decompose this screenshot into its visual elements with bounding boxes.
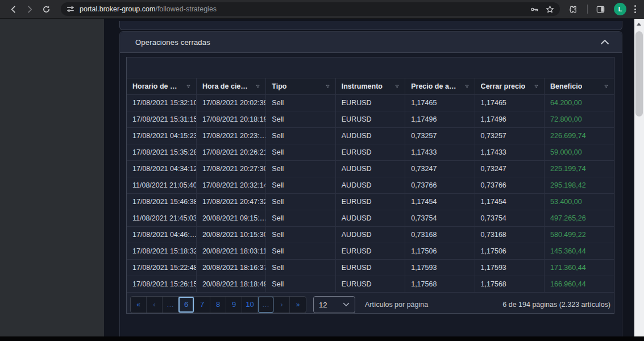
table-cell: 1,17496 bbox=[405, 111, 475, 128]
back-button[interactable] bbox=[6, 2, 20, 16]
page-button-8[interactable]: 8 bbox=[210, 297, 226, 313]
table-row[interactable]: 17/08/2021 04:34:1217/08/2021 20:27:30Se… bbox=[127, 161, 614, 177]
table-cell: 1,17454 bbox=[475, 194, 544, 210]
star-icon[interactable] bbox=[546, 5, 554, 14]
column-label: Hora de cie… bbox=[202, 82, 248, 90]
chevron-down-icon bbox=[343, 302, 350, 307]
table-row[interactable]: 17/08/2021 15:22:4820/08/2021 18:16:37Se… bbox=[127, 260, 614, 276]
browser-toolbar: portal.broker-group.com/followed-strateg… bbox=[0, 0, 644, 19]
column-label: Tipo bbox=[272, 82, 286, 90]
table-cell: 1,17454 bbox=[405, 194, 475, 210]
table-cell: Sell bbox=[266, 128, 335, 144]
table-cell: 17/08/2021 04:15:23 bbox=[127, 128, 196, 144]
reload-button[interactable] bbox=[39, 2, 53, 16]
table-row[interactable]: 17/08/2021 04:15:2317/08/2021 20:23:…Sel… bbox=[127, 128, 614, 144]
table-row[interactable]: 11/08/2021 21:45:0320/08/2021 09:15:…Sel… bbox=[127, 210, 614, 227]
table-cell: 20/08/2021 10:15:30 bbox=[196, 227, 265, 243]
avatar[interactable]: L bbox=[614, 3, 626, 15]
key-icon[interactable] bbox=[530, 5, 539, 14]
page-button-last[interactable]: » bbox=[290, 297, 306, 313]
extensions-icon bbox=[569, 5, 577, 14]
funnel-icon[interactable] bbox=[323, 84, 330, 90]
table-cell: 17/08/2021 15:32:10 bbox=[127, 95, 196, 111]
profit-cell: 225.199,74 bbox=[545, 161, 614, 177]
page-button-9[interactable]: 9 bbox=[226, 297, 242, 313]
table-cell: 0,73247 bbox=[405, 161, 475, 177]
table-row[interactable]: 17/08/2021 15:32:1017/08/2021 20:02:39Se… bbox=[127, 95, 614, 111]
closed-operations-panel: Operaciones cerradas Horario de …Hora de… bbox=[119, 31, 622, 336]
site-info-icon[interactable] bbox=[67, 5, 74, 13]
table-row[interactable]: 17/08/2021 15:46:3817/08/2021 20:47:32Se… bbox=[127, 194, 614, 210]
table-cell: 0,73257 bbox=[475, 128, 544, 144]
table-cell: Sell bbox=[266, 111, 335, 128]
table-cell: AUDUSD bbox=[335, 210, 405, 227]
page-button-10[interactable]: 10 bbox=[242, 297, 258, 313]
funnel-icon[interactable] bbox=[254, 84, 260, 90]
table-cell: 17/08/2021 20:02:39 bbox=[196, 95, 265, 111]
table-row[interactable]: 17/08/2021 15:35:2817/08/2021 20:26:21Se… bbox=[127, 144, 614, 161]
page-size-select[interactable]: 12 bbox=[313, 296, 355, 313]
column-header[interactable]: Precio de a… bbox=[405, 78, 475, 95]
table-cell: 1,17593 bbox=[475, 260, 544, 276]
chevron-up-icon[interactable] bbox=[600, 39, 609, 45]
table-cell: AUDUSD bbox=[335, 227, 405, 243]
url-text: portal.broker-group.com/followed-strateg… bbox=[80, 5, 217, 13]
profit-cell: 59.000,00 bbox=[545, 144, 614, 161]
table-cell: 17/08/2021 04:34:12 bbox=[127, 161, 196, 177]
table-cell: 0,73168 bbox=[405, 227, 475, 243]
column-label: Beneficio bbox=[550, 82, 582, 90]
profit-cell: 497.265,26 bbox=[545, 210, 614, 227]
side-panel-icon bbox=[596, 5, 605, 14]
table-cell: 0,73247 bbox=[475, 161, 544, 177]
profit-cell: 580.499,22 bbox=[545, 227, 614, 243]
column-header[interactable]: Tipo bbox=[266, 78, 335, 95]
column-header[interactable]: Beneficio bbox=[545, 78, 614, 95]
column-label: Precio de a… bbox=[411, 82, 456, 90]
page-button-ellipsis[interactable]: … bbox=[258, 297, 274, 313]
table-cell: Sell bbox=[266, 194, 335, 210]
table-row[interactable]: 17/08/2021 04:46:…20/08/2021 10:15:30Sel… bbox=[127, 227, 614, 243]
funnel-icon[interactable] bbox=[532, 84, 538, 90]
side-panel-button[interactable] bbox=[593, 2, 608, 16]
page-button-next[interactable]: › bbox=[274, 297, 290, 313]
table-row[interactable]: 17/08/2021 15:31:1517/08/2021 20:18:19Se… bbox=[127, 111, 614, 128]
page-button-ellipsis[interactable]: … bbox=[163, 297, 178, 313]
profit-cell: 72.800,00 bbox=[545, 111, 614, 128]
table-row[interactable]: 11/08/2021 21:05:4017/08/2021 20:32:14Se… bbox=[127, 177, 614, 194]
url-path: /followed-strategies bbox=[155, 5, 217, 13]
forward-button[interactable] bbox=[22, 2, 37, 16]
profit-cell: 171.360,44 bbox=[545, 260, 614, 276]
profit-cell: 166.960,44 bbox=[545, 276, 614, 293]
page-button-prev[interactable]: ‹ bbox=[147, 297, 163, 313]
table-cell: 0,73168 bbox=[475, 227, 544, 243]
column-header[interactable]: Horario de … bbox=[127, 78, 196, 95]
vertical-scrollbar[interactable] bbox=[634, 19, 644, 336]
page-button-first[interactable]: « bbox=[131, 297, 147, 313]
table-cell: 0,73754 bbox=[475, 210, 544, 227]
column-header[interactable]: Hora de cie… bbox=[196, 78, 265, 95]
menu-button[interactable] bbox=[631, 3, 639, 15]
extensions-button[interactable] bbox=[566, 2, 580, 16]
table-cell: 1,17465 bbox=[475, 95, 544, 111]
scrollbar-thumb[interactable] bbox=[635, 31, 643, 117]
profit-cell: 64.200,00 bbox=[545, 95, 614, 111]
table-cell: Sell bbox=[266, 161, 335, 177]
table-cell: 17/08/2021 15:31:15 bbox=[127, 111, 196, 128]
profit-cell: 226.699,74 bbox=[545, 128, 614, 144]
funnel-icon[interactable] bbox=[463, 84, 469, 90]
funnel-icon[interactable] bbox=[393, 84, 399, 90]
url-bar[interactable]: portal.broker-group.com/followed-strateg… bbox=[61, 2, 560, 16]
page-button-7[interactable]: 7 bbox=[194, 297, 210, 313]
funnel-icon[interactable] bbox=[184, 84, 190, 90]
scroll-up-icon[interactable] bbox=[637, 23, 641, 26]
menu-icon bbox=[634, 5, 636, 13]
funnel-icon[interactable] bbox=[602, 84, 608, 90]
table-cell: 1,17568 bbox=[475, 276, 544, 293]
table-cell: 1,17568 bbox=[405, 276, 475, 293]
table-row[interactable]: 17/08/2021 15:18:3220/08/2021 18:03:11Se… bbox=[127, 243, 614, 260]
page-button-6[interactable]: 6 bbox=[178, 297, 194, 313]
table-row[interactable]: 17/08/2021 15:26:1520/08/2021 18:18:49Se… bbox=[127, 276, 614, 293]
column-header[interactable]: Instrumento bbox=[335, 78, 405, 95]
panel-header[interactable]: Operaciones cerradas bbox=[120, 32, 622, 53]
column-header[interactable]: Cerrar precio bbox=[475, 78, 544, 95]
